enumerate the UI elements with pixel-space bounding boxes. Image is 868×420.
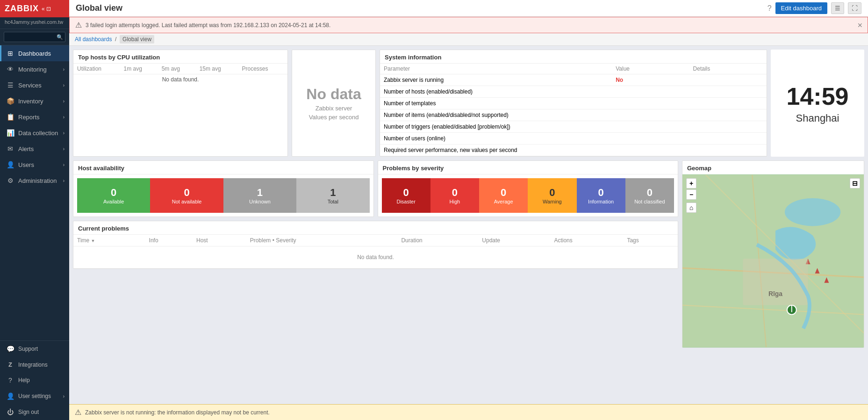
map-zoom-in-button[interactable]: + [686, 178, 696, 188]
sidebar-item-dashboards[interactable]: ⊞ Dashboards [0, 45, 69, 61]
param-cell: Zabbix server is running [380, 74, 612, 86]
col-host[interactable]: Host [193, 235, 246, 246]
page-title: Global view [76, 3, 122, 13]
sev-bar-not-classified: 0 Not classified [625, 178, 674, 213]
map-home-button[interactable]: ⌂ [686, 203, 696, 213]
sidebar-item-users[interactable]: 👤 Users › [0, 157, 69, 173]
details-cell [689, 145, 767, 156]
sidebar-item-label: Inventory [18, 98, 43, 105]
param-cell: Required server performance, new values … [380, 145, 612, 156]
value-cell [612, 121, 689, 133]
dashboard-content: Top hosts by CPU utilization Utilization… [69, 46, 868, 404]
support-icon: 💬 [6, 345, 14, 353]
nodata-sub2: Values per second [309, 114, 359, 121]
sidebar: ZABBIX « ⊡ hc4Jammy.yushei.com.tw 🔍 ⊞ Da… [0, 0, 69, 420]
avail-label: Not available [172, 199, 202, 204]
alert-close-button[interactable]: ✕ [857, 22, 863, 29]
avail-label: Unknown [249, 199, 271, 204]
monitoring-icon: 👁 [6, 65, 14, 73]
sev-bar-disaster: 0 Disaster [382, 178, 430, 213]
avail-bar-unknown: 1 Unknown [223, 178, 296, 213]
alert-banner: ⚠ 3 failed login attempts logged. Last f… [69, 17, 868, 33]
map-zoom-out-button[interactable]: − [686, 189, 696, 200]
avail-count: 1 [330, 187, 336, 199]
value-cell [612, 109, 689, 121]
sidebar-item-integrations[interactable]: Z Integrations [0, 357, 69, 372]
col-problem-severity[interactable]: Problem • Severity [246, 235, 398, 246]
col-time[interactable]: Time ▼ [73, 235, 145, 246]
sidebar-item-inventory[interactable]: 📦 Inventory › [0, 93, 69, 109]
chevron-icon: › [63, 162, 65, 167]
data-collection-icon: 📊 [6, 129, 14, 137]
sev-count: 0 [549, 187, 555, 199]
geomap-container: Rīga + − [682, 174, 864, 348]
col-processes: Processes [238, 64, 288, 74]
details-cell [689, 86, 767, 98]
sev-count: 0 [501, 187, 506, 199]
sidebar-item-reports[interactable]: 📋 Reports › [0, 109, 69, 125]
sidebar-user: hc4Jammy.yushei.com.tw [0, 17, 69, 29]
users-icon: 👤 [6, 161, 14, 168]
param-cell: Number of hosts (enabled/disabled) [380, 86, 612, 98]
table-row: No data found. [73, 74, 287, 85]
clock-time: 14:59 [787, 82, 849, 110]
alerts-icon: ✉ [6, 145, 14, 152]
sev-label: High [450, 199, 460, 204]
col-1m: 1m avg [120, 64, 158, 74]
sidebar-item-data-collection[interactable]: 📊 Data collection › [0, 125, 69, 141]
sidebar-item-label: Data collection [18, 130, 58, 137]
table-row: Number of items (enabled/disabled/not su… [380, 109, 767, 121]
col-tags[interactable]: Tags [623, 235, 678, 246]
map-svg: Rīga [682, 174, 864, 348]
sidebar-item-label: Integrations [18, 362, 48, 368]
sev-label: Average [494, 199, 513, 204]
reports-icon: 📋 [6, 113, 14, 121]
col-info[interactable]: Info [145, 235, 193, 246]
sidebar-item-services[interactable]: ☰ Services › [0, 77, 69, 93]
sidebar-item-monitoring[interactable]: 👁 Monitoring › [0, 61, 69, 77]
sidebar-item-sign-out[interactable]: ⏻ Sign out [0, 404, 69, 420]
sidebar-item-label: User settings [18, 393, 51, 399]
sidebar-item-user-settings[interactable]: 👤 User settings › [0, 388, 69, 404]
breadcrumb-parent[interactable]: All dashboards [75, 36, 112, 43]
collapse-icon[interactable]: « [42, 6, 45, 12]
widget-zabbix-nodata: No data Zabbix server Values per second [292, 50, 376, 157]
edit-dashboard-button[interactable]: Edit dashboard [775, 2, 827, 14]
help-button[interactable]: ? [768, 4, 772, 13]
table-row: Required server performance, new values … [380, 145, 767, 156]
sidebar-item-label: Alerts [18, 145, 34, 152]
details-cell [689, 121, 767, 133]
view-list-button[interactable]: ☰ [831, 2, 844, 14]
sign-out-icon: ⏻ [6, 408, 14, 416]
sidebar-item-alerts[interactable]: ✉ Alerts › [0, 141, 69, 157]
col-duration[interactable]: Duration [397, 235, 478, 246]
sidebar-item-support[interactable]: 💬 Support [0, 341, 69, 357]
avail-count: 1 [257, 187, 263, 199]
widget-host-availability: Host availability 0 Available 0 Not avai… [73, 160, 374, 217]
fullscreen-button[interactable]: ⛶ [848, 2, 861, 14]
sev-count: 0 [403, 187, 409, 199]
avail-bars-container: 0 Available 0 Not available 1 Unknown [73, 174, 373, 217]
col-update[interactable]: Update [478, 235, 550, 246]
sidebar-item-label: Sign out [18, 409, 39, 415]
value-cell [612, 98, 689, 109]
integrations-icon: Z [6, 361, 14, 368]
sev-bar-average: 0 Average [479, 178, 528, 213]
sidebar-item-help[interactable]: ? Help [0, 372, 69, 388]
col-value: Value [612, 64, 689, 74]
map-filter-button[interactable]: ⊟ [850, 178, 860, 188]
sidebar-item-administration[interactable]: ⚙ Administration › [0, 173, 69, 188]
avail-count: 0 [111, 187, 116, 199]
table-row: Number of triggers (enabled/disabled [pr… [380, 121, 767, 133]
col-actions[interactable]: Actions [550, 235, 623, 246]
avail-label: Available [103, 199, 124, 204]
sidebar-nav: ⊞ Dashboards 👁 Monitoring › ☰ Services ›… [0, 45, 69, 340]
expand-icon[interactable]: ⊡ [46, 6, 51, 12]
alert-message: 3 failed login attempts logged. Last fai… [86, 22, 330, 29]
table-row: Number of users (online) [380, 133, 767, 145]
sev-count: 0 [598, 187, 604, 199]
chevron-icon: › [63, 99, 65, 104]
sev-count: 0 [647, 187, 653, 199]
chevron-icon: › [63, 83, 65, 88]
svg-point-1 [785, 198, 840, 226]
